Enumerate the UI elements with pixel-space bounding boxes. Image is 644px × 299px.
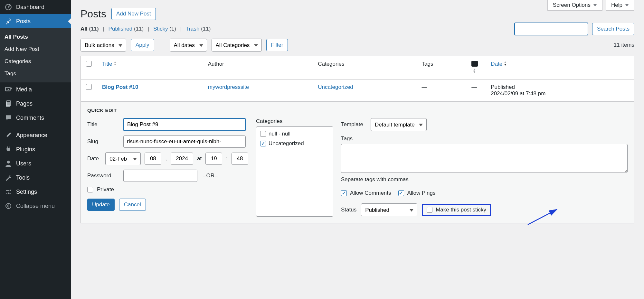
status-select[interactable]: Published [361, 203, 417, 216]
label-date: Date [87, 155, 101, 162]
sidebar-collapse[interactable]: Collapse menu [0, 199, 71, 213]
page-title: Posts [80, 8, 106, 20]
column-author[interactable]: Author [203, 56, 313, 79]
search-posts-button[interactable]: Search Posts [592, 23, 634, 35]
column-comments[interactable] [466, 56, 486, 79]
column-categories[interactable]: Categories [313, 56, 416, 79]
label-slug: Slug [87, 138, 119, 145]
main-content: Screen Options Help Posts Add New Post S… [71, 0, 644, 299]
collapse-icon [5, 202, 12, 210]
media-icon [5, 86, 12, 93]
category-list: null - null Uncategorized [256, 126, 333, 217]
tags-textarea[interactable] [341, 144, 628, 173]
update-button[interactable]: Update [87, 199, 115, 211]
search-posts-input[interactable] [514, 23, 588, 35]
label-sticky: Make this post sticky [436, 207, 486, 213]
chevron-down-icon [625, 4, 629, 6]
posts-table: Title Author Categories Tags Date Blog P… [80, 56, 634, 223]
sidebar-item-comments[interactable]: Comments [0, 111, 71, 125]
sidebar-item-users[interactable]: Users [0, 156, 71, 171]
post-date: Published2024/02/09 at 7:48 pm [486, 79, 634, 102]
row-checkbox[interactable] [86, 84, 92, 90]
sidebar-item-settings[interactable]: Settings [0, 185, 71, 199]
sidebar-item-tools[interactable]: Tools [0, 171, 71, 185]
quickedit-title-input[interactable] [123, 118, 246, 131]
wrench-icon [5, 174, 12, 182]
sidebar-sub-categories[interactable]: Categories [0, 55, 71, 68]
sidebar-item-pages[interactable]: Pages [0, 97, 71, 111]
allow-comments-field[interactable]: Allow Comments [341, 190, 391, 196]
column-title[interactable]: Title [97, 56, 203, 79]
filter-published[interactable]: Published [109, 26, 133, 32]
admin-sidebar: Dashboard Posts All Posts Add New Post C… [0, 0, 71, 299]
private-checkbox[interactable] [87, 187, 93, 192]
plug-icon [5, 145, 12, 153]
sidebar-sub-tags[interactable]: Tags [0, 68, 71, 80]
category-option[interactable]: Uncategorized [260, 140, 329, 147]
sidebar-label: Settings [16, 189, 37, 195]
sticky-highlight-box: Make this post sticky [422, 204, 491, 216]
cancel-button[interactable]: Cancel [119, 199, 146, 211]
quickedit-day-input[interactable] [145, 153, 161, 165]
label-status: Status [341, 207, 356, 213]
sidebar-item-posts[interactable]: Posts [0, 14, 71, 28]
label-categories: Categories [256, 118, 333, 125]
sticky-checkbox[interactable] [427, 207, 432, 213]
quickedit-slug-input[interactable] [123, 135, 246, 148]
sidebar-label: Comments [16, 115, 44, 121]
quickedit-password-input[interactable] [123, 170, 197, 182]
tags-help-text: Separate tags with commas [341, 176, 628, 183]
help-button[interactable]: Help [606, 0, 634, 11]
post-tags: — [417, 79, 467, 102]
filter-sticky[interactable]: Sticky [153, 26, 168, 32]
apply-bulk-button[interactable]: Apply [131, 39, 154, 51]
quickedit-year-input[interactable] [171, 153, 193, 165]
template-select[interactable]: Default template [371, 118, 427, 131]
sidebar-label: Posts [16, 18, 31, 25]
sidebar-label: Tools [16, 174, 30, 181]
sidebar-item-dashboard[interactable]: Dashboard [0, 0, 71, 14]
post-author-link[interactable]: mywordpresssite [208, 84, 249, 90]
items-count: 11 items [614, 42, 634, 48]
post-title-link[interactable]: Blog Post #10 [102, 84, 138, 90]
screen-options-button[interactable]: Screen Options [547, 0, 602, 11]
sliders-icon [5, 188, 12, 196]
sidebar-label: Plugins [16, 146, 35, 153]
sidebar-label: Users [16, 160, 31, 167]
pin-icon [5, 17, 12, 25]
comment-icon [471, 61, 478, 67]
sidebar-sub-add-new[interactable]: Add New Post [0, 43, 71, 55]
quickedit-minute-input[interactable] [232, 153, 248, 165]
user-icon [5, 160, 12, 167]
svg-point-7 [6, 203, 11, 209]
pages-icon [5, 100, 12, 107]
svg-point-3 [10, 88, 12, 89]
column-tags[interactable]: Tags [417, 56, 467, 79]
category-option[interactable]: null - null [260, 131, 329, 137]
filter-button[interactable]: Filter [266, 39, 288, 51]
add-new-post-button[interactable]: Add New Post [111, 8, 156, 20]
sidebar-item-media[interactable]: Media [0, 82, 71, 97]
sidebar-label: Pages [16, 100, 33, 107]
sidebar-item-appearance[interactable]: Appearance [0, 128, 71, 142]
quickedit-month-select[interactable]: 02-Feb [105, 152, 141, 165]
quickedit-hour-input[interactable] [205, 153, 222, 165]
sidebar-submenu-posts: All Posts Add New Post Categories Tags [0, 28, 71, 82]
chevron-down-icon [593, 4, 597, 6]
select-all-checkbox[interactable] [86, 61, 92, 67]
column-date[interactable]: Date [486, 56, 634, 79]
svg-point-1 [8, 6, 9, 7]
sidebar-item-plugins[interactable]: Plugins [0, 142, 71, 156]
post-comments: — [466, 79, 486, 102]
category-filter-select[interactable]: All Categories [212, 39, 262, 51]
post-category-link[interactable]: Uncategorized [318, 84, 353, 90]
sidebar-label: Collapse menu [16, 203, 55, 210]
sidebar-sub-all-posts[interactable]: All Posts [0, 31, 71, 43]
filter-all[interactable]: All (11) [80, 26, 99, 32]
label-password: Password [87, 173, 119, 179]
allow-pings-field[interactable]: Allow Pings [398, 190, 436, 196]
date-filter-select[interactable]: All dates [170, 39, 207, 51]
sidebar-label: Appearance [16, 132, 47, 139]
filter-trash[interactable]: Trash [186, 26, 200, 32]
bulk-actions-select[interactable]: Bulk actions [80, 39, 126, 51]
